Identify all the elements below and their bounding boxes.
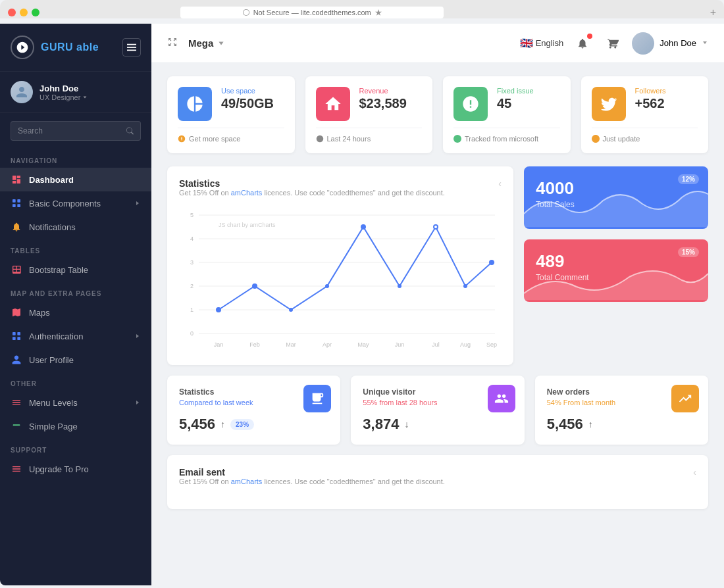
flag-icon: 🇬🇧	[520, 37, 533, 49]
language-selector[interactable]: 🇬🇧 English	[520, 37, 564, 49]
chevron-right-icon	[134, 199, 141, 208]
svg-point-33	[489, 260, 494, 265]
sidebar-item-bootstrap-table[interactable]: Bootstrap Table	[0, 258, 151, 282]
revenue-footer: Last 24 hours	[316, 128, 423, 143]
email-collapse-button[interactable]: ‹	[693, 467, 696, 478]
svg-rect-3	[13, 199, 16, 203]
search-area	[0, 113, 151, 149]
svg-text:May: May	[357, 341, 369, 348]
dashboard-label: Dashboard	[29, 175, 141, 185]
upgrade-icon	[11, 463, 22, 475]
simple-page-label: Simple Page	[29, 422, 141, 431]
svg-text:Jul: Jul	[432, 341, 440, 348]
chart-collapse-button[interactable]: ‹	[498, 178, 502, 189]
followers-footer: Just update	[592, 128, 698, 143]
header: Mega 🇬🇧 English John Doe	[151, 24, 724, 63]
email-amcharts-link[interactable]: amCharts	[231, 478, 263, 485]
total-sales-card: 12% 4000 Total Sales	[524, 166, 708, 229]
svg-point-29	[361, 224, 366, 230]
svg-text:3: 3	[190, 259, 194, 266]
user-menu-button[interactable]: John Doe	[632, 32, 708, 55]
stat-card-followers: Followers +562 Just update	[581, 76, 709, 153]
stats-monitor-icon	[303, 385, 331, 412]
svg-rect-6	[17, 204, 20, 207]
svg-point-32	[463, 284, 467, 288]
add-tab-button[interactable]: +	[710, 7, 716, 18]
bottom-stat-value-1: 3,874 ↓	[363, 416, 512, 433]
minimize-dot[interactable]	[20, 9, 28, 16]
browser-controls	[8, 9, 39, 16]
sidebar-item-basic-components[interactable]: Basic Components	[0, 191, 151, 215]
bottom-stat-new-orders: New orders 54% From last month 5,456 ↑	[535, 376, 708, 445]
address-bar[interactable]: Not Secure — lite.codedthemes.com	[180, 7, 444, 18]
use-space-footer: Get more space	[178, 128, 284, 143]
stat-card-revenue: Revenue $23,589 Last 24 hours	[305, 76, 433, 153]
user-profile-icon	[11, 354, 22, 366]
user-profile-label: User Profile	[29, 355, 141, 365]
trend-down-icon: ↓	[404, 419, 409, 429]
user-name: John Doe	[39, 84, 88, 93]
svg-point-26	[252, 283, 257, 289]
sidebar-item-user-profile[interactable]: User Profile	[0, 348, 151, 372]
expand-button[interactable]	[167, 37, 178, 49]
chevron-right-icon	[134, 398, 141, 408]
bottom-stats-grid: Statistics Compared to last week 5,456 ↑…	[167, 376, 708, 445]
sidebar-item-notifications[interactable]: Notifications	[0, 215, 151, 239]
fixed-issue-value: 45	[497, 96, 560, 111]
bottom-stat-value-2: 5,456 ↑	[547, 416, 696, 433]
basic-components-label: Basic Components	[29, 199, 128, 208]
dashboard-grid: Statistics Get 15% Off on amCharts licen…	[167, 166, 708, 365]
svg-rect-5	[13, 204, 16, 207]
svg-point-31	[434, 225, 438, 229]
percent-badge-0: 23%	[230, 419, 254, 430]
svg-text:Jan: Jan	[214, 341, 224, 348]
menu-levels-label: Menu Levels	[29, 398, 128, 408]
svg-text:Mar: Mar	[286, 341, 296, 348]
visitor-icon	[488, 385, 515, 412]
notification-badge	[587, 34, 592, 39]
svg-text:4: 4	[190, 235, 194, 242]
sidebar-item-dashboard[interactable]: Dashboard	[0, 168, 151, 191]
svg-rect-4	[17, 199, 20, 203]
sidebar-toggle-button[interactable]	[122, 38, 141, 57]
sales-wave	[524, 181, 708, 229]
sidebar-item-simple-page[interactable]: Simple Page	[0, 414, 151, 438]
maximize-dot[interactable]	[32, 9, 39, 16]
notifications-label: Notifications	[29, 222, 141, 232]
sidebar-item-menu-levels[interactable]: Menu Levels	[0, 391, 151, 414]
svg-rect-8	[17, 332, 20, 335]
section-map-extra: Map And Extra Pages	[0, 282, 151, 301]
mega-menu-button[interactable]: Mega	[188, 37, 225, 49]
comment-wave	[524, 254, 708, 302]
amcharts-link[interactable]: amCharts	[231, 189, 263, 197]
cart-button[interactable]	[602, 32, 624, 55]
use-space-value: 49/50GB	[221, 96, 284, 111]
menu-levels-icon	[11, 397, 22, 408]
statistics-chart: 5 4 3 2 1 0 JS chart by amCharts	[179, 208, 502, 353]
svg-text:Sep: Sep	[486, 341, 497, 348]
close-dot[interactable]	[8, 9, 16, 16]
notification-bell-button[interactable]	[571, 32, 594, 55]
sidebar-item-authentication[interactable]: Authentication	[0, 324, 151, 348]
url-text: Not Secure — lite.codedthemes.com	[253, 9, 371, 16]
basic-components-icon	[11, 197, 22, 209]
svg-rect-2	[127, 50, 136, 51]
brand-area: GURU able	[0, 24, 151, 72]
sidebar-item-maps[interactable]: Maps	[0, 301, 151, 324]
revenue-label: Revenue	[359, 87, 423, 95]
svg-rect-1	[127, 47, 136, 48]
maps-icon	[11, 306, 22, 318]
brand-name: GURU able	[41, 41, 99, 53]
svg-rect-10	[17, 337, 20, 340]
sidebar-item-upgrade-pro[interactable]: Upgrade To Pro	[0, 457, 151, 481]
search-input[interactable]	[18, 126, 122, 135]
dashboard-icon	[11, 174, 22, 185]
use-space-label: Use space	[221, 87, 284, 95]
svg-text:Feb: Feb	[249, 341, 260, 348]
use-space-icon	[178, 87, 212, 121]
followers-icon	[592, 87, 626, 121]
bottom-stat-statistics: Statistics Compared to last week 5,456 ↑…	[167, 376, 340, 445]
email-title: Email sent	[179, 467, 445, 478]
email-subtitle: Get 15% Off on amCharts licences. Use co…	[179, 478, 445, 485]
svg-rect-7	[13, 332, 16, 335]
